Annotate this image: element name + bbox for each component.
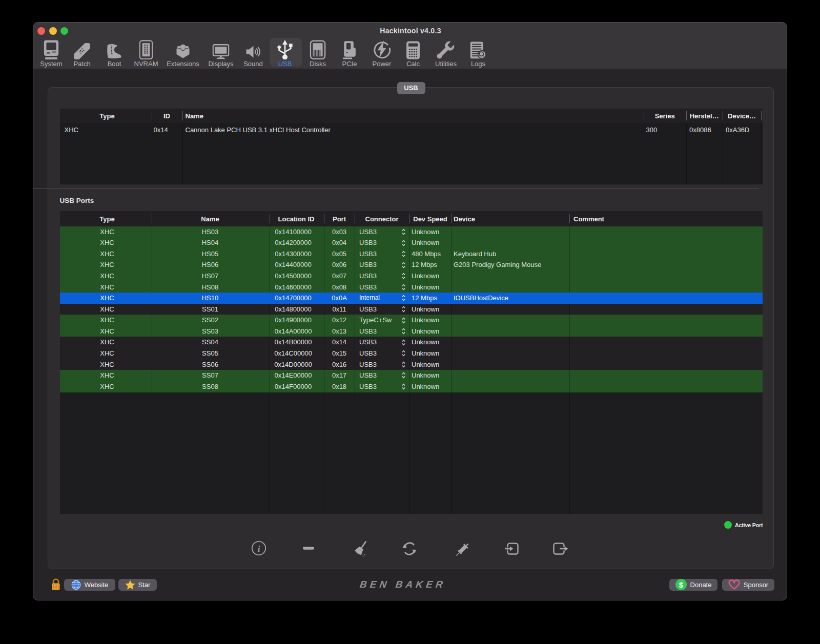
svg-text:i: i: [258, 544, 260, 554]
svg-text:$: $: [679, 580, 683, 589]
